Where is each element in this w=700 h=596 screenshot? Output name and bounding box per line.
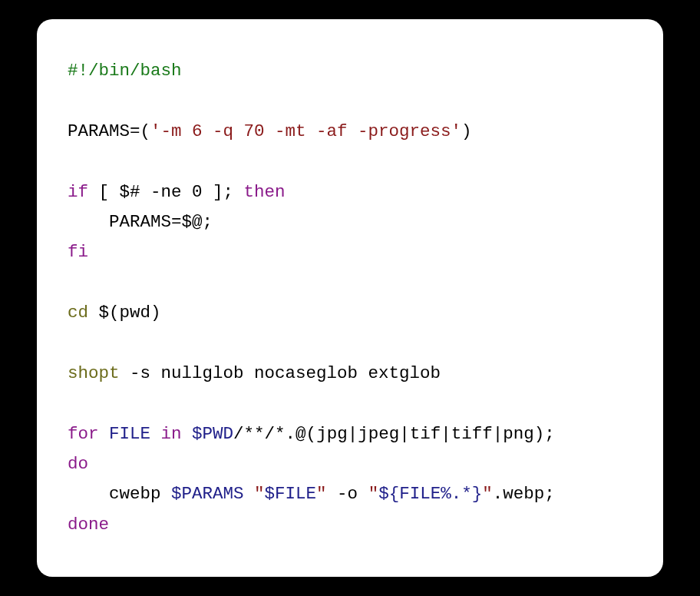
code-card: #!/bin/bash PARAMS=('-m 6 -q 70 -mt -af … — [37, 19, 663, 577]
quote: " — [316, 484, 327, 504]
if-keyword: if — [68, 182, 88, 202]
shopt-args: -s nullglob nocaseglob extglob — [120, 363, 441, 383]
shebang-line: #!/bin/bash — [68, 61, 182, 81]
for-keyword: for — [68, 424, 99, 444]
params-ref: $PARAMS — [171, 484, 244, 504]
eq-open: =( — [130, 121, 150, 141]
glob-pattern: /**/*.@(jpg|jpeg|tif|tiff|png); — [233, 424, 555, 444]
code-block: #!/bin/bash PARAMS=('-m 6 -q 70 -mt -af … — [68, 56, 632, 540]
in-keyword: in — [161, 424, 182, 444]
sp — [182, 424, 193, 444]
file-ref: $FILE — [265, 484, 317, 504]
shopt-builtin: shopt — [68, 363, 120, 383]
cwebp-cmd: cwebp — [68, 484, 171, 504]
done-keyword: done — [68, 515, 109, 535]
sp — [244, 484, 255, 504]
params-var: PARAMS — [68, 121, 130, 141]
webp-ext: .webp; — [493, 484, 555, 504]
pwd-var: $PWD — [192, 424, 233, 444]
do-keyword: do — [68, 454, 88, 474]
quote: " — [482, 484, 493, 504]
params-assign: PARAMS= — [109, 212, 182, 232]
o-flag: -o — [327, 484, 368, 504]
cd-arg: $(pwd) — [88, 303, 161, 323]
params-string: '-m 6 -q 70 -mt -af -progress' — [150, 121, 461, 141]
expansion-open: ${ — [378, 484, 399, 504]
then-keyword: then — [244, 182, 286, 202]
file-ident2: FILE — [399, 484, 441, 504]
indent — [68, 212, 109, 232]
sp — [150, 424, 161, 444]
args-var: $@; — [182, 212, 213, 232]
expansion-op: %.*} — [441, 484, 482, 504]
file-ident: FILE — [109, 424, 150, 444]
quote: " — [254, 484, 265, 504]
if-condition: [ $# -ne 0 ]; — [88, 182, 244, 202]
quote: " — [368, 484, 379, 504]
sp — [99, 424, 110, 444]
fi-keyword: fi — [68, 242, 88, 262]
cd-builtin: cd — [68, 303, 88, 323]
close-paren: ) — [461, 121, 472, 141]
